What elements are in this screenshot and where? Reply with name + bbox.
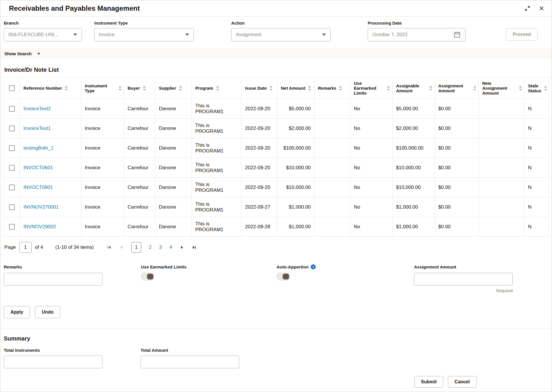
reference-link[interactable]: testingBoth_1 (23, 145, 54, 151)
close-icon[interactable] (539, 6, 544, 11)
cell-assignable-amount: $1,000.00 (393, 217, 435, 237)
submit-button[interactable]: Submit (414, 376, 443, 388)
remarks-input[interactable] (4, 273, 102, 286)
row-select-cell (4, 178, 20, 197)
cancel-button[interactable]: Cancel (448, 376, 476, 388)
row-checkbox[interactable] (9, 224, 15, 230)
processing-date-input[interactable]: October 7, 2022 (368, 28, 465, 41)
total-instruments-input[interactable] (4, 356, 102, 368)
page-4-link[interactable]: 4 (169, 244, 172, 250)
cell-assignment-amount: $0.00 (435, 158, 479, 178)
reference-link[interactable]: InvoiceTest1 (23, 126, 51, 131)
cell-reference-number: INVNOV29002 (20, 217, 81, 237)
previous-page-icon[interactable] (119, 245, 124, 250)
select-all-checkbox[interactable] (9, 85, 15, 91)
info-icon[interactable]: i (311, 264, 316, 269)
cell-remarks (314, 158, 350, 178)
table-row: INVNOV270001 Invoice Carrefour Danone Th… (4, 197, 549, 217)
table-row: INVNOV29002 Invoice Carrefour Danone Thi… (4, 217, 549, 237)
table-row: InvoiceTest2 Invoice Carrefour Danone Th… (4, 99, 549, 119)
col-stale-status[interactable]: Stale Status (525, 78, 549, 99)
sort-icon[interactable] (339, 86, 342, 91)
sort-icon[interactable] (308, 86, 311, 91)
table-body: InvoiceTest2 Invoice Carrefour Danone Th… (4, 99, 549, 237)
sort-icon[interactable] (544, 86, 547, 91)
col-issue-date[interactable]: Issue Date (242, 78, 277, 99)
sort-icon[interactable] (65, 86, 68, 91)
apply-button[interactable]: Apply (4, 306, 30, 318)
undo-button[interactable]: Undo (35, 306, 60, 318)
col-buyer[interactable]: Buyer (124, 78, 155, 99)
cell-issue-date: 2022-09-20 (242, 178, 277, 197)
list-title: Invoice/Dr Note List (4, 67, 548, 73)
sort-icon[interactable] (429, 86, 432, 91)
cell-supplier: Danone (155, 217, 192, 237)
page-label: Page (4, 244, 16, 250)
first-page-icon[interactable] (107, 245, 112, 250)
assignment-amount-input[interactable] (414, 273, 513, 286)
cell-stale-status: N (525, 217, 549, 237)
table-row: INVOCT0901 Invoice Carrefour Danone This… (4, 178, 549, 197)
col-net-amount[interactable]: Net Amount (277, 78, 314, 99)
cell-buyer: Carrefour (124, 158, 155, 178)
app-window: Receivables and Payables Management Bran… (0, 0, 552, 392)
branch-select[interactable]: 004-FLEXCUBE-UNI... (4, 28, 82, 41)
calendar-icon[interactable] (453, 31, 461, 38)
row-checkbox[interactable] (9, 165, 15, 171)
col-program[interactable]: Program (192, 78, 242, 99)
sort-icon[interactable] (473, 86, 476, 91)
col-assignable-amount[interactable]: Assignable Amount (393, 78, 435, 99)
cell-program: This is PROGRAM1 (192, 119, 242, 138)
cell-assignment-amount: $0.00 (435, 138, 479, 158)
row-checkbox[interactable] (9, 145, 15, 151)
col-instrument-type[interactable]: Instrument Type (81, 78, 124, 99)
cell-supplier: Danone (155, 138, 192, 158)
form-actions: Apply Undo (0, 298, 552, 318)
proceed-button[interactable]: Proceed (506, 28, 538, 41)
reference-link[interactable]: INVOCT0901 (23, 185, 53, 190)
sort-icon[interactable] (387, 86, 390, 91)
col-reference-number[interactable]: Reference Number (20, 78, 81, 99)
cell-reference-number: INVOCT0601 (20, 158, 81, 178)
sort-icon[interactable] (119, 86, 122, 91)
cell-issue-date: 2022-09-20 (242, 138, 277, 158)
reference-link[interactable]: INVOCT0601 (23, 165, 53, 170)
col-remarks[interactable]: Remarks (314, 78, 350, 99)
auto-apportion-toggle[interactable] (277, 273, 290, 280)
page-3-link[interactable]: 3 (159, 244, 162, 250)
reference-link[interactable]: INVNOV29002 (23, 224, 56, 229)
last-page-icon[interactable] (192, 245, 196, 250)
reference-link[interactable]: InvoiceTest2 (23, 106, 51, 111)
col-new-assignment-amount[interactable]: New Assignment Amount (479, 78, 525, 99)
col-supplier[interactable]: Supplier (155, 78, 192, 99)
cell-program: This is PROGRAM1 (192, 197, 242, 217)
next-page-icon[interactable] (180, 245, 184, 250)
instrument-type-select[interactable]: Invoice (94, 28, 194, 41)
sort-icon[interactable] (143, 86, 146, 91)
sort-icon[interactable] (179, 86, 182, 91)
cell-stale-status: N (525, 197, 549, 217)
page-of-label: of 4 (35, 244, 43, 250)
show-search-toggle[interactable]: Show Search (0, 48, 552, 59)
action-select[interactable]: Assignment (231, 28, 331, 41)
pagination: Page of 4 (1-10 of 34 items) 1 2 3 4 (4, 242, 548, 253)
footer-actions: Submit Cancel (414, 376, 476, 388)
sort-icon[interactable] (270, 86, 273, 91)
page-number-input[interactable] (19, 242, 32, 253)
col-assignment-amount[interactable]: Assignment Amount (435, 78, 479, 99)
page-1-current[interactable]: 1 (131, 242, 141, 253)
col-use-earmarked-limits[interactable]: Use Earmarked Limits (350, 78, 393, 99)
row-checkbox[interactable] (9, 204, 15, 210)
reference-link[interactable]: INVNOV270001 (23, 204, 59, 210)
sort-icon[interactable] (519, 86, 522, 91)
page-2-link[interactable]: 2 (149, 244, 151, 250)
row-checkbox[interactable] (9, 185, 15, 190)
restore-icon[interactable] (525, 5, 530, 11)
cell-new-assignment-amount (479, 99, 525, 119)
use-earmarked-limits-toggle[interactable] (141, 273, 154, 280)
cell-remarks (314, 119, 350, 138)
total-amount-input[interactable] (141, 356, 239, 368)
row-checkbox[interactable] (9, 126, 15, 131)
row-checkbox[interactable] (9, 106, 15, 112)
sort-icon[interactable] (216, 86, 219, 91)
